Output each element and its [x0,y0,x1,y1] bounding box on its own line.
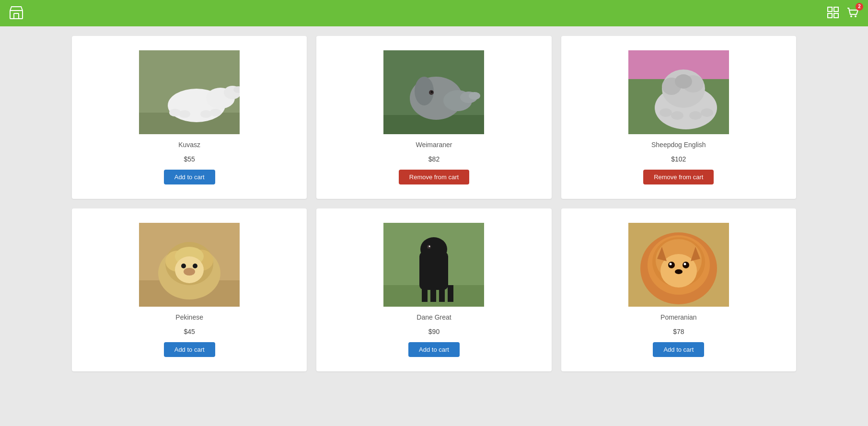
svg-rect-56 [430,285,436,302]
product-image-wrapper-pekinese [81,223,297,307]
svg-point-25 [469,92,480,100]
svg-rect-57 [439,285,445,302]
product-price-dane-great: $90 [428,328,440,335]
product-grid: Kuvasz$55Add to cart Weimaraner$82Remove… [72,36,796,371]
svg-rect-6 [834,13,838,18]
svg-point-39 [701,108,713,117]
product-name-pekinese: Pekinese [175,313,203,321]
svg-point-50 [184,268,195,276]
product-name-dane-great: Dane Great [417,313,451,321]
remove-from-cart-button-weimaraner[interactable]: Remove from cart [399,170,469,184]
svg-point-67 [668,262,675,268]
main-content: Kuvasz$55Add to cart Weimaraner$82Remove… [0,26,868,381]
remove-from-cart-button-sheepdog-english[interactable]: Remove from cart [643,170,714,184]
product-image-wrapper-dane-great [326,223,542,307]
product-image-wrapper-pomeranian [571,223,787,307]
svg-point-71 [675,269,683,274]
cart-badge: 2 [856,3,863,11]
store-icon [9,5,24,22]
product-card-weimaraner: Weimaraner$82Remove from cart [316,36,551,199]
svg-point-54 [420,237,447,261]
product-image-wrapper-kuvasz [81,50,297,134]
svg-rect-1 [14,13,19,19]
svg-point-38 [689,111,702,120]
svg-point-70 [683,263,686,265]
svg-point-48 [181,264,186,268]
svg-point-16 [169,109,181,116]
product-price-pekinese: $45 [184,328,195,335]
product-card-dane-great: Dane Great$90Add to cart [316,208,551,371]
main-header: 2 [0,0,868,26]
svg-point-28 [431,91,433,93]
svg-point-7 [850,15,852,17]
add-to-cart-button-pomeranian[interactable]: Add to cart [653,342,704,357]
svg-point-18 [200,110,212,118]
svg-rect-58 [448,285,453,302]
product-card-sheepdog-english: Sheepdog English$102Remove from cart [561,36,796,199]
svg-point-17 [179,110,190,118]
svg-rect-55 [422,285,428,302]
svg-point-35 [675,74,692,89]
svg-point-49 [193,264,197,268]
product-image-wrapper-sheepdog-english [571,50,787,134]
product-name-weimaraner: Weimaraner [416,141,452,149]
product-price-kuvasz: $55 [184,155,195,163]
svg-point-19 [210,109,221,116]
add-to-cart-button-dane-great[interactable]: Add to cart [408,342,460,357]
svg-rect-3 [828,7,832,12]
product-image-wrapper-weimaraner [326,50,542,134]
header-left [9,5,24,22]
svg-point-8 [855,15,856,17]
svg-rect-4 [834,7,838,12]
grid-icon[interactable] [827,6,839,21]
product-name-pomeranian: Pomeranian [660,313,697,321]
product-price-weimaraner: $82 [428,155,440,163]
product-card-kuvasz: Kuvasz$55Add to cart [72,36,307,199]
svg-point-60 [429,246,430,247]
svg-point-36 [660,108,672,117]
product-name-sheepdog-english: Sheepdog English [651,141,706,149]
product-price-pomeranian: $78 [673,328,684,335]
product-name-kuvasz: Kuvasz [178,141,200,149]
svg-rect-0 [10,11,23,19]
product-price-sheepdog-english: $102 [671,155,686,163]
svg-point-37 [671,111,683,120]
header-right: 2 [827,6,859,21]
cart-button[interactable]: 2 [846,6,859,21]
svg-rect-5 [828,13,832,18]
add-to-cart-button-kuvasz[interactable]: Add to cart [164,170,215,184]
add-to-cart-button-pekinese[interactable]: Add to cart [164,342,215,357]
product-card-pomeranian: Pomeranian$78Add to cart [561,208,796,371]
svg-point-69 [669,263,671,265]
svg-point-68 [683,262,689,268]
product-card-pekinese: Pekinese$45Add to cart [72,208,307,371]
